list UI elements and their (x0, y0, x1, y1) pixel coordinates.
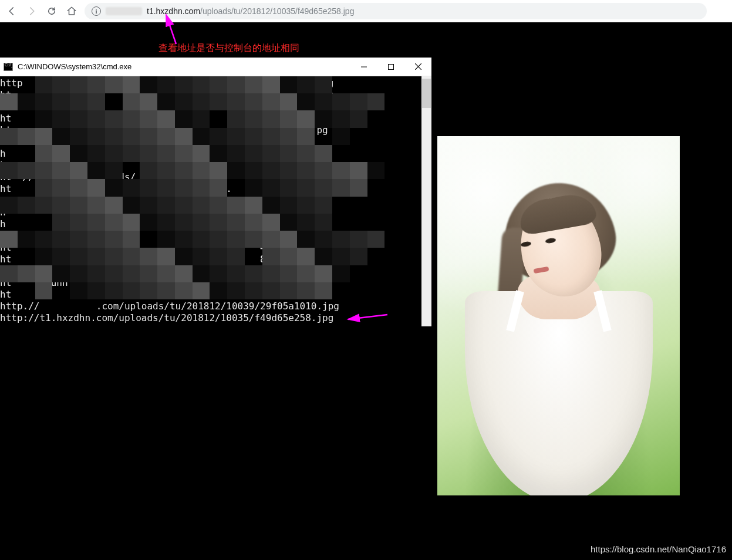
close-button[interactable] (404, 58, 431, 76)
mosaic-redaction (0, 76, 420, 299)
redacted-segment (106, 7, 142, 15)
cmd-window: C:\\_ C:\WINDOWS\system32\cmd.exe http 0… (0, 58, 431, 326)
displayed-image (437, 136, 680, 495)
browser-toolbar: i t1.hxzdhn.com/uploads/tu/201812/10035/… (0, 0, 732, 22)
cmd-scroll-thumb[interactable] (422, 79, 431, 108)
annotation-text: 查看地址是否与控制台的地址相同 (158, 42, 299, 55)
window-controls (350, 58, 431, 76)
cmd-titlebar[interactable]: C:\\_ C:\WINDOWS\system32\cmd.exe (0, 58, 431, 76)
url-host: t1.hxzdhn.com (147, 6, 200, 16)
back-button[interactable] (5, 4, 19, 18)
site-info-icon[interactable]: i (92, 6, 101, 16)
url-path: /uploads/tu/201812/10035/f49d65e258.jpg (200, 6, 354, 16)
svg-rect-2 (389, 64, 394, 69)
cmd-icon: C:\\_ (4, 63, 13, 71)
minimize-button[interactable] (350, 58, 377, 76)
url-text: t1.hxzdhn.com/uploads/tu/201812/10035/f4… (147, 6, 354, 16)
home-button[interactable] (65, 4, 79, 18)
cmd-line: http.// .com/uploads/tu/201812/10039/29f… (0, 301, 339, 312)
maximize-button[interactable] (377, 58, 404, 76)
reload-button[interactable] (45, 4, 59, 18)
cmd-line: http://t1.hxzdhn.com/uploads/tu/201812/1… (0, 312, 339, 324)
forward-button[interactable] (25, 4, 39, 18)
watermark: https://blog.csdn.net/NanQiao1716 (591, 544, 726, 554)
address-bar[interactable]: i t1.hxzdhn.com/uploads/tu/201812/10035/… (85, 3, 707, 19)
cmd-body: http 0b.jpght .jpght c.jpght ads/ (0, 76, 431, 326)
cmd-title: C:\WINDOWS\system32\cmd.exe (18, 62, 131, 71)
cmd-scrollbar[interactable] (421, 76, 431, 326)
photo-figure (462, 180, 656, 485)
